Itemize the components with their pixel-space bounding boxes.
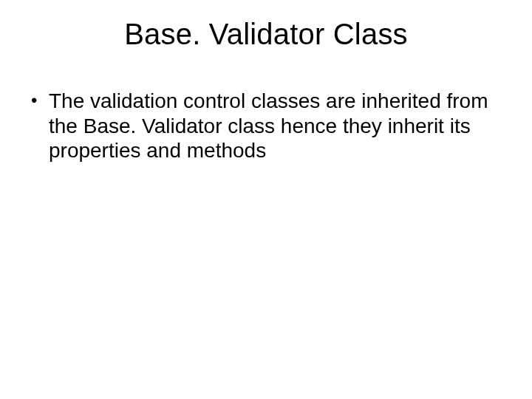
slide-title: Base. Validator Class <box>0 18 532 51</box>
slide: Base. Validator Class The validation con… <box>0 0 532 399</box>
bullet-list: The validation control classes are inher… <box>28 89 504 163</box>
slide-body: The validation control classes are inher… <box>28 89 504 163</box>
list-item: The validation control classes are inher… <box>28 89 504 163</box>
